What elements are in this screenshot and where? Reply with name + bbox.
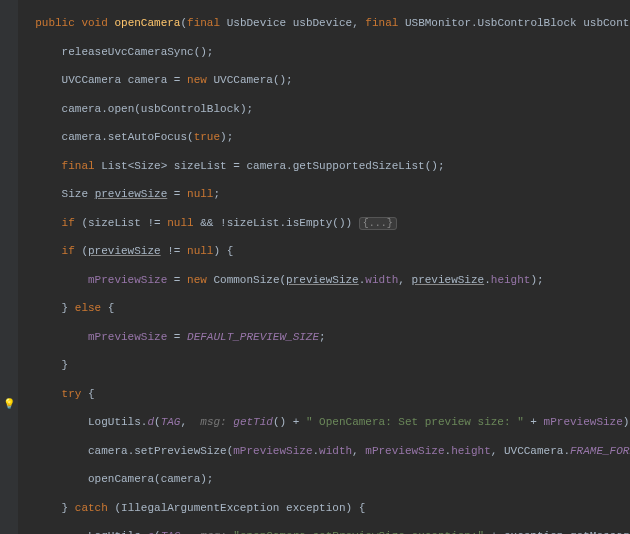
fold-marker[interactable]: {...}	[359, 217, 397, 230]
code-area[interactable]: public void openCamera(final UsbDevice u…	[18, 0, 630, 534]
lightbulb-icon[interactable]: 💡	[3, 398, 15, 411]
code-editor[interactable]: 💡 public void openCamera(final UsbDevice…	[0, 0, 630, 534]
gutter: 💡	[0, 0, 18, 534]
